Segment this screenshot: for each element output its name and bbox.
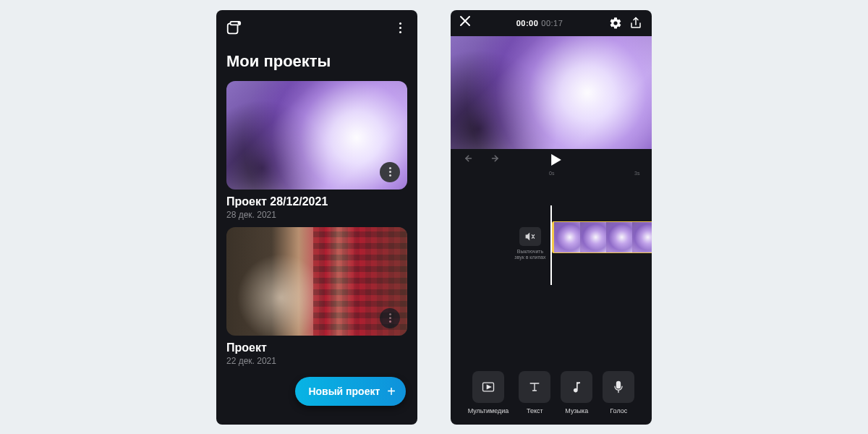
project-name: Проект <box>226 336 407 356</box>
svg-point-2 <box>238 21 241 24</box>
project-card[interactable]: Проект 22 дек. 2021 <box>226 227 407 366</box>
project-menu-button[interactable] <box>380 308 400 328</box>
mute-clips-label: Выключить звук в клипах <box>513 249 548 261</box>
tool-media[interactable]: Мультимедиа <box>468 371 509 414</box>
clip-frame <box>632 222 652 252</box>
tool-voice[interactable]: Голос <box>603 371 634 414</box>
speaker-mute-icon <box>519 227 541 246</box>
video-preview[interactable] <box>451 36 652 149</box>
text-icon <box>519 371 550 403</box>
time-total: 00:17 <box>541 19 563 27</box>
svg-rect-6 <box>617 381 621 388</box>
overflow-menu-button[interactable] <box>391 20 409 37</box>
project-thumbnail <box>226 81 407 190</box>
play-button[interactable] <box>510 154 603 166</box>
settings-button[interactable] <box>608 17 623 30</box>
project-name: Проект 28/12/2021 <box>226 190 407 210</box>
music-icon <box>561 371 592 403</box>
editor-topbar: 00:0000:17 <box>451 10 652 36</box>
media-icon <box>472 371 504 403</box>
projects-topbar <box>216 10 417 46</box>
mute-clips-button[interactable]: Выключить звук в клипах <box>513 227 548 261</box>
plus-icon: + <box>387 384 396 399</box>
project-thumbnail <box>226 227 407 336</box>
project-date: 22 дек. 2021 <box>226 356 407 366</box>
project-date: 28 дек. 2021 <box>226 210 407 220</box>
timeline-ruler: 0s 3s <box>451 171 652 182</box>
ruler-tick: 0s <box>549 171 554 176</box>
projects-screen: Мои проекты Проект 28/12/2021 28 дек. 20… <box>216 10 417 425</box>
clip-frame <box>554 222 580 252</box>
editor-screen: 00:0000:17 0s 3s Выключить звук в клип <box>451 10 652 425</box>
undo-button[interactable] <box>464 153 477 166</box>
svg-marker-3 <box>551 154 561 166</box>
close-button[interactable] <box>459 15 471 30</box>
tool-label: Мультимедиа <box>468 407 509 414</box>
timeline[interactable]: Выключить звук в клипах <box>451 211 652 320</box>
tool-label: Голос <box>610 407 627 414</box>
clip-frame <box>580 222 606 252</box>
app-logo-icon <box>225 20 242 37</box>
clip-frame <box>606 222 632 252</box>
mic-icon <box>603 371 634 403</box>
new-project-label: Новый проект <box>308 386 380 397</box>
tool-label: Музыка <box>565 407 588 414</box>
timecode: 00:0000:17 <box>477 19 603 27</box>
projects-list: Проект 28/12/2021 28 дек. 2021 Проект 22… <box>216 81 417 366</box>
playhead[interactable] <box>550 205 552 285</box>
tool-label: Текст <box>527 407 543 414</box>
toolbar: Мультимедиа Текст Музыка Голос <box>451 371 652 414</box>
project-menu-button[interactable] <box>380 162 400 182</box>
video-clip[interactable] <box>552 221 652 253</box>
share-button[interactable] <box>629 17 643 30</box>
page-title: Мои проекты <box>216 46 417 81</box>
transport-bar <box>451 149 652 171</box>
svg-marker-5 <box>487 385 490 388</box>
tool-music[interactable]: Музыка <box>561 371 592 414</box>
time-current: 00:00 <box>516 19 539 27</box>
ruler-tick: 3s <box>634 171 639 176</box>
project-card[interactable]: Проект 28/12/2021 28 дек. 2021 <box>226 81 407 220</box>
redo-button[interactable] <box>487 153 500 166</box>
tool-text[interactable]: Текст <box>519 371 550 414</box>
new-project-button[interactable]: Новый проект + <box>295 377 406 406</box>
